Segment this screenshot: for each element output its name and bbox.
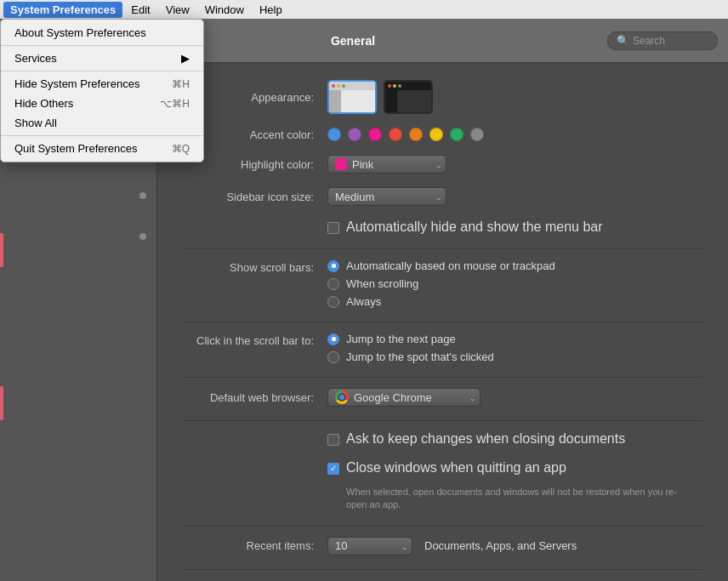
recent-items-label: Recent items:: [183, 539, 327, 552]
accent-yellow[interactable]: [429, 128, 443, 141]
accent-colors: [327, 128, 702, 141]
accent-pink[interactable]: [368, 128, 382, 141]
accent-red[interactable]: [389, 128, 402, 141]
scroll-scrolling-radio[interactable]: [327, 278, 339, 290]
close-windows-checkbox[interactable]: [327, 463, 339, 475]
browser-value: Google Chrome: [354, 391, 432, 404]
click-spot-label: Jump to the spot that's clicked: [346, 350, 494, 363]
menu-separator-1: [1, 45, 203, 46]
appearance-row: Appearance:: [183, 80, 702, 114]
ask-keep-label: Ask to keep changes when closing documen…: [346, 431, 625, 447]
menu-view[interactable]: View: [159, 2, 196, 18]
services-arrow-icon: ▶: [181, 52, 190, 65]
browser-row: Default web browser: Google Chrome: [183, 388, 702, 407]
sidebar-size-row: Sidebar icon size: Medium: [183, 187, 702, 206]
close-windows-desc: When selected, open documents and window…: [346, 486, 686, 512]
light-appearance-thumb[interactable]: [327, 80, 377, 114]
thumb-sidebar: [329, 90, 341, 112]
accent-purple[interactable]: [348, 128, 361, 141]
search-box[interactable]: 🔍 Search: [607, 31, 718, 50]
scroll-always-radio[interactable]: [327, 296, 339, 308]
general-panel: Appearance:: [157, 63, 728, 581]
thumb-dot-red: [388, 84, 391, 88]
recent-items-suffix: Documents, Apps, and Servers: [424, 539, 577, 552]
scroll-auto-radio[interactable]: [327, 260, 339, 272]
divider-2: [183, 322, 702, 322]
highlight-select[interactable]: Pink: [327, 155, 446, 174]
search-placeholder: Search: [633, 35, 665, 47]
highlight-value: Pink: [352, 158, 373, 171]
click-scroll-group: Jump to the next page Jump to the spot t…: [327, 333, 494, 363]
highlight-row: Highlight color: Pink: [183, 155, 702, 174]
recent-items-row: Recent items: 10 Documents, Apps, and Se…: [183, 537, 702, 555]
browser-select[interactable]: Google Chrome: [327, 388, 481, 407]
thumb-dot-red: [332, 84, 335, 88]
accent-orange[interactable]: [409, 128, 423, 141]
menu-services[interactable]: Services ▶: [1, 48, 203, 68]
recent-items-value: 10: [335, 539, 347, 552]
menu-edit[interactable]: Edit: [124, 2, 156, 18]
recent-items-content: 10 Documents, Apps, and Servers: [327, 537, 702, 555]
click-scroll-content: Jump to the next page Jump to the spot t…: [327, 333, 702, 363]
thumb-sidebar: [385, 90, 397, 112]
click-next-radio[interactable]: [327, 333, 339, 345]
menu-app-name[interactable]: System Preferences: [3, 2, 122, 18]
accent-label: Accent color:: [183, 128, 327, 141]
app-menu-dropdown: About System Preferences Services ▶ Hide…: [0, 19, 204, 162]
quit-shortcut: ⌘Q: [172, 143, 190, 155]
accent-blue[interactable]: [327, 128, 341, 141]
hide-others-shortcut: ⌥⌘H: [160, 98, 190, 110]
appearance-options: [327, 80, 702, 114]
menu-quit[interactable]: Quit System Preferences ⌘Q: [1, 139, 203, 158]
highlight-content: Pink: [327, 155, 702, 174]
close-windows-row: Close windows when quitting an app When …: [183, 460, 702, 512]
scroll-bars-row: Show scroll bars: Automatically based on…: [183, 259, 702, 308]
menubar-content: Automatically hide and show the menu bar: [327, 219, 702, 235]
search-icon: 🔍: [617, 35, 629, 47]
menu-about[interactable]: About System Preferences: [1, 23, 203, 43]
scroll-bars-group: Automatically based on mouse or trackpad…: [327, 259, 555, 308]
dark-appearance-thumb[interactable]: [384, 80, 433, 114]
divider-6: [183, 569, 702, 570]
click-spot-radio[interactable]: [327, 351, 339, 363]
ask-keep-row: Ask to keep changes when closing documen…: [183, 431, 702, 447]
sidebar-dot: [139, 233, 146, 240]
scroll-auto-row: Automatically based on mouse or trackpad: [327, 259, 555, 272]
sidebar-size-value: Medium: [335, 191, 374, 203]
close-windows-content: Close windows when quitting an app When …: [327, 460, 702, 512]
sidebar-accent-3: [0, 386, 3, 420]
divider-5: [183, 526, 702, 527]
accent-green[interactable]: [450, 128, 464, 141]
divider-1: [183, 248, 702, 249]
ask-keep-content: Ask to keep changes when closing documen…: [327, 431, 702, 447]
menu-hide-others[interactable]: Hide Others ⌥⌘H: [1, 94, 203, 113]
scroll-always-label: Always: [346, 295, 381, 308]
thumb-dot-yellow: [393, 84, 396, 88]
accent-graphite[interactable]: [470, 128, 484, 141]
recent-items-select[interactable]: 10: [327, 537, 412, 555]
sidebar-size-label: Sidebar icon size:: [183, 191, 327, 203]
menu-window[interactable]: Window: [198, 2, 251, 18]
menubar-checkbox[interactable]: [327, 222, 339, 234]
menu-hide-app[interactable]: Hide System Preferences ⌘H: [1, 74, 203, 94]
scroll-bars-content: Automatically based on mouse or trackpad…: [327, 259, 702, 308]
close-windows-label: Close windows when quitting an app: [346, 460, 566, 476]
thumb-main: [341, 90, 375, 112]
menu-help[interactable]: Help: [253, 2, 289, 18]
ask-keep-checkbox[interactable]: [327, 434, 339, 446]
menu-show-all[interactable]: Show All: [1, 113, 203, 133]
close-windows-check-row: Close windows when quitting an app: [327, 460, 566, 476]
sidebar-size-select[interactable]: Medium: [327, 187, 446, 206]
thumb-dot-green: [342, 84, 345, 88]
accent-row: Accent color:: [183, 128, 702, 141]
browser-label: Default web browser:: [183, 391, 327, 404]
click-spot-row: Jump to the spot that's clicked: [327, 350, 494, 363]
divider-3: [183, 377, 702, 378]
click-next-label: Jump to the next page: [346, 333, 456, 345]
thumb-main: [397, 90, 431, 112]
scroll-scrolling-label: When scrolling: [346, 277, 418, 290]
sidebar-accent-2: [0, 233, 3, 267]
menubar: System Preferences Edit View Window Help: [0, 0, 728, 19]
sidebar-dot: [139, 192, 146, 199]
highlight-label: Highlight color:: [183, 158, 327, 171]
